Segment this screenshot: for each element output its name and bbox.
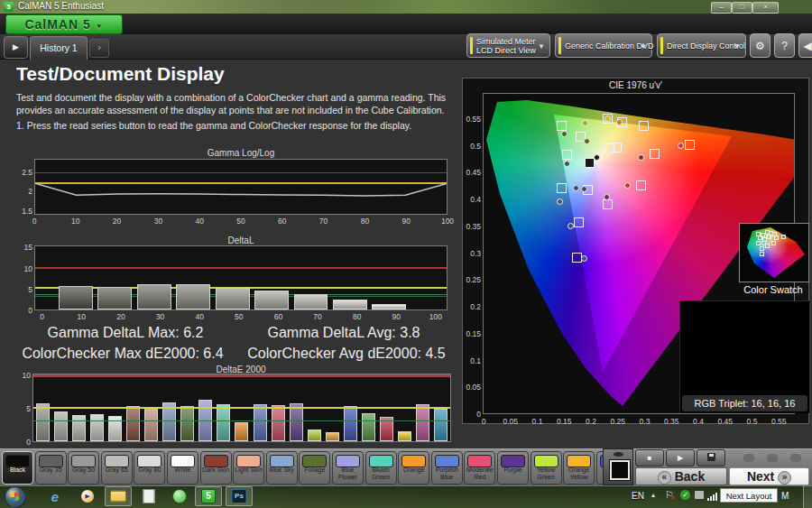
history-nav-button[interactable]: ▶ (4, 36, 28, 59)
page-instruction: 1. Press the read series button to read … (16, 120, 449, 131)
swatch-purple[interactable]: Purple (497, 451, 529, 485)
swatch-label: Blue Flower (334, 466, 362, 481)
gamma-x-tick: 60 (278, 217, 286, 226)
taskbar-media-player-icon[interactable]: ▶ (74, 486, 101, 506)
x-tick: 70 (313, 312, 321, 321)
deltal-x-axis: 0102030405060708090100 (34, 312, 448, 321)
collapse-panel-button[interactable]: ◀ (798, 33, 812, 58)
color-swatch-thumbnail[interactable] (739, 223, 809, 282)
bar-40 (176, 284, 210, 309)
taskbar-calman-icon[interactable]: 5 (195, 486, 222, 506)
swatch-label: Foliage (300, 466, 328, 474)
pattern-window-button[interactable] (603, 448, 633, 485)
read-series-play-button[interactable]: ▶ (666, 449, 695, 466)
settings-gear-button[interactable]: ⚙ (750, 33, 770, 58)
swatch-label: Orange Yellow (565, 466, 593, 481)
bar-Blue (344, 406, 357, 441)
meter-dropdown-line2: LCD Direct View (476, 46, 536, 55)
clock-fragment: M (781, 491, 789, 501)
source-dropdown[interactable]: Generic Calibration DVD ▼ (555, 33, 652, 58)
tab-history-1[interactable]: History 1 (30, 36, 88, 60)
action-center-flag-icon[interactable]: ⚐✕ (665, 489, 674, 501)
cie-y-tick: 0.4 (464, 195, 481, 204)
dropdown-accent-stripe (470, 37, 473, 54)
status-check-icon[interactable]: ✓ (680, 490, 690, 500)
back-button[interactable]: « Back (635, 467, 727, 485)
deltal-chart-title: DeltaL (34, 236, 448, 245)
swatch-moderate-red[interactable]: Moderate Red (464, 451, 495, 485)
swatch-color-chip (171, 455, 195, 467)
swatch-gray-50[interactable]: Gray 50 (68, 451, 99, 485)
taskbar-document-icon[interactable] (135, 486, 162, 506)
calman-application: 5 CalMAN 5 Enthusiast – □ × CalMAN 5 ▼ ▶… (0, 0, 812, 508)
y-tick: 0 (26, 438, 31, 447)
chevron-down-icon: ▼ (96, 23, 104, 31)
maximize-button[interactable]: □ (732, 2, 752, 14)
swatch-label: Moderate Red (466, 466, 494, 481)
swatch-label: Gray 50 (69, 466, 97, 474)
bar-Gray 35 (36, 403, 50, 441)
cie-x-tick: 0.2 (580, 417, 602, 426)
swatch-yellow-green[interactable]: Yellow Green (531, 451, 562, 485)
gamma-y-axis: 1.522.5 (11, 159, 32, 215)
swatch-light-skin[interactable]: Light Skin (233, 451, 264, 485)
language-indicator[interactable]: EN (632, 491, 644, 501)
taskbar-explorer-folder-icon[interactable] (105, 486, 132, 506)
close-button[interactable]: × (752, 2, 779, 14)
cie-x-tick: 0.1 (527, 417, 549, 426)
taskbar-internet-explorer-icon[interactable]: e (42, 486, 69, 506)
swatch-color-chip (204, 455, 228, 467)
cie-y-tick: 0.2 (464, 302, 481, 311)
swatch-foliage[interactable]: Foliage (299, 451, 330, 485)
swatch-white[interactable]: White (167, 451, 198, 485)
stop-button[interactable]: ■ (635, 449, 664, 466)
calman-logo-menu[interactable]: CalMAN 5 ▼ (5, 14, 123, 34)
display-control-dropdown[interactable]: Direct Display Control ▼ (657, 33, 746, 58)
cie-x-tick: 0.05 (500, 417, 521, 426)
x-tick: 90 (392, 312, 401, 321)
save-button[interactable] (697, 449, 725, 466)
bar-Light Skin (144, 408, 158, 441)
history-more-button[interactable]: › (89, 39, 109, 58)
cie-y-tick: 0.35 (464, 222, 481, 231)
show-desktop-button[interactable] (803, 485, 812, 508)
gamma-x-tick: 70 (319, 217, 328, 226)
cie-measured-point (561, 131, 567, 137)
swatch-label: Orange (400, 466, 428, 474)
swatch-gray-35[interactable]: Gray 35 (35, 451, 67, 485)
swatch-blue-sky[interactable]: Blue Sky (266, 451, 298, 485)
messenger-icon (172, 489, 187, 503)
swatch-label: Light Skin (235, 466, 263, 474)
taskbar-photoshop-icon[interactable]: Ps (226, 486, 253, 506)
swatch-gray-65[interactable]: Gray 65 (101, 451, 133, 485)
swatch-orange[interactable]: Orange (398, 451, 429, 485)
hidden-icons-caret[interactable]: ▴ (651, 491, 655, 499)
swatch-blue-flower[interactable]: Blue Flower (332, 451, 364, 485)
bar-Green (362, 413, 375, 441)
swatch-purplish-blue[interactable]: Purplish Blue (431, 451, 463, 485)
app-icon: 5 (4, 2, 14, 12)
tray-device-icon[interactable] (695, 491, 704, 499)
rgb-swatch-preview: RGB Triplet: 16, 16, 16 (679, 300, 809, 413)
chevron-down-icon: ▼ (538, 42, 545, 50)
swatch-label: Blue Sky (268, 466, 296, 474)
cie-target-square (557, 121, 567, 131)
swatch-dark-skin[interactable]: Dark Skin (200, 451, 232, 485)
help-button[interactable]: ? (774, 33, 795, 58)
network-signal-icon[interactable] (707, 492, 720, 501)
swatch-bluish-green[interactable]: Bluish Green (365, 451, 397, 485)
chevron-right-icon: » (778, 471, 791, 485)
mini-target-square (771, 241, 776, 245)
gamma-chart-title: Gamma Log/Log (34, 148, 448, 158)
next-button[interactable]: Next » (729, 467, 809, 485)
swatch-gray-80[interactable]: Gray 80 (134, 451, 165, 485)
start-button[interactable] (5, 486, 26, 508)
cie-diagram-panel: CIE 1976 u'v' Color Swatch RGB Triplet: … (462, 78, 809, 424)
meter-dropdown[interactable]: Simulated MeterLCD Direct View ▼ (466, 33, 550, 58)
mini-target-square (767, 235, 771, 239)
taskbar-messenger-icon[interactable] (166, 486, 193, 506)
swatch-orange-yellow[interactable]: Orange Yellow (563, 451, 595, 485)
swatch-black[interactable]: Black (2, 451, 33, 485)
minimize-button[interactable]: – (711, 2, 732, 14)
bar-80 (333, 300, 367, 309)
